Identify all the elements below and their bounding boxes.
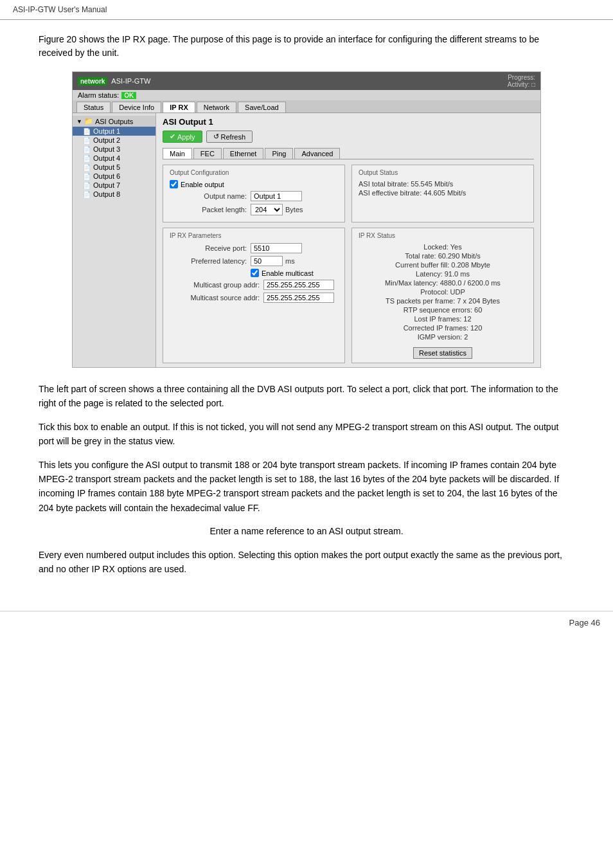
multicast-source-input[interactable]: [263, 293, 334, 303]
tab-save-load[interactable]: Save/Load: [238, 102, 286, 113]
packet-length-unit: Bytes: [285, 206, 303, 213]
sidebar-item-output7[interactable]: 📄 Output 7: [73, 181, 155, 190]
toolbar: ✔ Apply ↺ Refresh: [163, 131, 534, 143]
panels-row1: Output Configuration Enable output Outpu…: [163, 165, 534, 222]
sidebar-label-output7: Output 7: [93, 181, 120, 189]
enable-description: Tick this box to enable an output. If th…: [39, 420, 574, 449]
ip-rx-params-group: IP RX Parameters Receive port: Preferred…: [163, 228, 345, 363]
alarm-bar: Alarm status: OK: [73, 90, 540, 100]
total-rate-line: Total rate: 60.290 Mbit/s: [359, 252, 527, 260]
output-name-label: Output name:: [170, 192, 247, 200]
tab-network[interactable]: Network: [197, 102, 236, 113]
output-status-group: Output Status ASI total bitrate: 55.545 …: [351, 165, 534, 222]
file-icon-6: 📄: [83, 173, 91, 180]
latency-unit: ms: [285, 257, 295, 265]
sidebar-section-header: ▼ 📁 ASI Outputs: [73, 116, 155, 127]
sidebar-item-output2[interactable]: 📄 Output 2: [73, 136, 155, 145]
page-footer: Page 46: [0, 611, 613, 634]
output-name-input[interactable]: [251, 191, 302, 201]
sidebar-item-output4[interactable]: 📄 Output 4: [73, 154, 155, 163]
preferred-latency-input[interactable]: [251, 256, 283, 266]
collapse-arrow-icon: ▼: [76, 118, 82, 125]
refresh-button[interactable]: ↺ Refresh: [206, 131, 253, 143]
ip-rx-status-title: IP RX Status: [359, 232, 527, 239]
enable-desc-text: Tick this box to enable an output. If th…: [39, 420, 574, 449]
ui-titlebar: network ASI-IP-GTW Progress: Activity: □: [73, 72, 540, 90]
latency-line: Latency: 91.0 ms: [359, 270, 527, 278]
sidebar: ▼ 📁 ASI Outputs 📄 Output 1 📄 Output 2 📄 …: [73, 113, 156, 367]
tab-ip-rx[interactable]: IP RX: [163, 102, 195, 113]
sidebar-item-output5[interactable]: 📄 Output 5: [73, 163, 155, 172]
alarm-label: Alarm status:: [78, 91, 119, 99]
name-description: Enter a name reference to an ASI output …: [39, 524, 574, 538]
locked-line: Locked: Yes: [359, 243, 527, 251]
intro-text: Figure 20 shows the IP RX page. The purp…: [39, 33, 574, 60]
page-header: ASI-IP-GTW User's Manual: [0, 0, 613, 20]
ip-rx-status-group: IP RX Status Locked: Yes Total rate: 60.…: [351, 228, 534, 363]
sidebar-item-output8[interactable]: 📄 Output 8: [73, 190, 155, 199]
sub-tabs: Main FEC Ethernet Ping Advanced: [163, 148, 534, 159]
output-status-box: ASI total bitrate: 55.545 Mbit/s ASI eff…: [359, 180, 527, 197]
output-config-title: Output Configuration: [170, 169, 338, 176]
sidebar-item-output6[interactable]: 📄 Output 6: [73, 172, 155, 181]
multicast-source-label: Multicast source addr:: [170, 294, 260, 302]
sidebar-item-output3[interactable]: 📄 Output 3: [73, 145, 155, 154]
alarm-status: OK: [121, 92, 136, 99]
multicast-source-row: Multicast source addr:: [170, 293, 338, 303]
buffer-fill-line: Current buffer fill: 0.208 Mbyte: [359, 261, 527, 269]
name-desc-text: Enter a name reference to an ASI output …: [39, 524, 574, 538]
file-icon-7: 📄: [83, 182, 91, 189]
page-title: ASI Output 1: [163, 117, 534, 127]
sidebar-label-output2: Output 2: [93, 136, 120, 144]
file-icon-2: 📄: [83, 137, 91, 144]
file-icon-3: 📄: [83, 146, 91, 153]
enable-output-row: Enable output: [170, 180, 338, 188]
titlebar-right: Progress: Activity: □: [508, 74, 535, 88]
manual-title: ASI-IP-GTW User's Manual: [13, 5, 107, 14]
corrected-ip-line: Corrected IP frames: 120: [359, 324, 527, 332]
receive-port-input[interactable]: [251, 243, 302, 253]
apply-button[interactable]: ✔ Apply: [163, 131, 202, 143]
enable-multicast-row: Enable multicast: [251, 269, 338, 277]
enable-multicast-label: Enable multicast: [262, 269, 314, 277]
activity-label: Activity: □: [508, 81, 535, 88]
multicast-group-input[interactable]: [263, 280, 334, 290]
tree-description: The left part of screen shows a three co…: [39, 382, 574, 411]
subtab-main[interactable]: Main: [163, 148, 192, 159]
output-name-row: Output name:: [170, 191, 338, 201]
ui-panel: network ASI-IP-GTW Progress: Activity: □…: [72, 71, 541, 368]
file-icon-8: 📄: [83, 191, 91, 198]
minmax-latency-line: Min/Max latency: 4880.0 / 6200.0 ms: [359, 279, 527, 287]
tab-status[interactable]: Status: [76, 102, 111, 113]
subtab-advanced[interactable]: Advanced: [294, 148, 340, 159]
packet-description: This lets you configure the ASI output t…: [39, 458, 574, 516]
reset-statistics-button[interactable]: Reset statistics: [413, 347, 472, 359]
protocol-line: Protocol: UDP: [359, 288, 527, 296]
multicast-group-label: Multicast group addr:: [170, 281, 260, 289]
subtab-ping[interactable]: Ping: [265, 148, 293, 159]
output-config-group: Output Configuration Enable output Outpu…: [163, 165, 345, 222]
file-icon-4: 📄: [83, 155, 91, 162]
network-logo: network: [78, 77, 107, 86]
enable-output-label: Enable output: [181, 181, 224, 188]
enable-output-checkbox[interactable]: [170, 180, 178, 188]
titlebar-left: network ASI-IP-GTW: [78, 77, 150, 86]
ip-rx-status-box: Locked: Yes Total rate: 60.290 Mbit/s Cu…: [359, 243, 527, 359]
apply-label: Apply: [177, 133, 195, 141]
device-name: ASI-IP-GTW: [111, 77, 150, 85]
sidebar-section-label: ASI Outputs: [95, 118, 133, 125]
preferred-latency-label: Preferred latency:: [170, 257, 247, 265]
sidebar-label-output5: Output 5: [93, 163, 120, 171]
tab-device-info[interactable]: Device Info: [112, 102, 161, 113]
lost-ip-line: Lost IP frames: 12: [359, 315, 527, 323]
packet-length-select[interactable]: 204 188: [251, 204, 283, 215]
page-number: Page 46: [569, 618, 600, 628]
sidebar-label-output6: Output 6: [93, 172, 120, 180]
subtab-ethernet[interactable]: Ethernet: [223, 148, 264, 159]
enable-multicast-checkbox[interactable]: [251, 269, 259, 277]
packet-length-row: Packet length: 204 188 Bytes: [170, 204, 338, 215]
subtab-fec[interactable]: FEC: [193, 148, 222, 159]
nav-tabs: Status Device Info IP RX Network Save/Lo…: [73, 100, 540, 113]
checkmark-icon: ✔: [170, 132, 175, 141]
sidebar-item-output1[interactable]: 📄 Output 1: [73, 127, 155, 136]
